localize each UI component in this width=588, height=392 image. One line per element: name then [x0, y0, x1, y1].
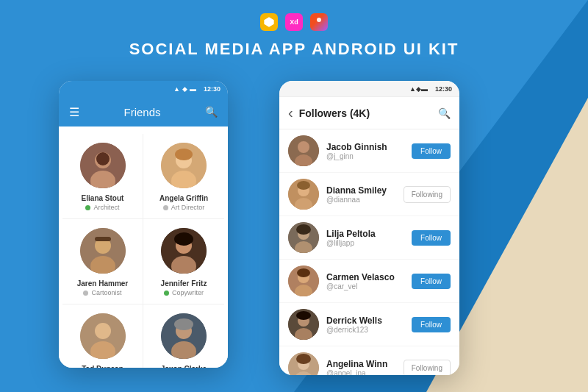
follow-button-4[interactable]: Follow — [412, 274, 451, 289]
friends-grid: Eliana Stout Architect Angela Griffin Ar… — [59, 126, 228, 368]
figma-icon — [310, 13, 328, 31]
friend-card-6[interactable]: Jaxon Clarke Illustrator — [143, 304, 224, 368]
wifi-icon: ◆ — [182, 85, 187, 93]
friend-dot-3 — [83, 291, 88, 296]
following-button-2[interactable]: Following — [404, 186, 451, 203]
friend-dot-1 — [85, 205, 90, 210]
follower-info-3: Lilja Peltola @lilljapp — [326, 229, 404, 247]
friends-time: 12:30 — [204, 85, 220, 93]
friend-name-2: Angela Griffin — [159, 194, 208, 202]
follower-name-1: Jacob Ginnish — [326, 142, 404, 152]
svg-point-42 — [296, 311, 311, 320]
friend-avatar-2 — [161, 143, 207, 188]
battery-icon: ▬ — [190, 85, 196, 93]
sketch-icon — [260, 13, 278, 31]
friends-search-icon[interactable]: 🔍 — [205, 106, 218, 118]
svg-point-18 — [95, 323, 111, 339]
friend-name-3: Jaren Hammer — [77, 279, 128, 288]
page-title: SOCIAL MEDIA APP ANDROID UI KIT — [129, 40, 459, 59]
follower-name-2: Dianna Smiley — [326, 185, 396, 196]
friend-name-1: Eliana Stout — [82, 194, 124, 202]
follower-handle-4: @car_vel — [326, 282, 404, 291]
friend-card-3[interactable]: Jaren Hammer Cartoonist — [62, 219, 143, 304]
friend-card-5[interactable]: Tad Duncan Editor — [62, 304, 143, 368]
followers-header-title: Followers (4K) — [299, 107, 432, 119]
friend-status-4: Copywriter — [164, 289, 204, 296]
friend-avatar-4 — [161, 228, 207, 274]
xd-icon: Xd — [285, 13, 303, 31]
signal-icon: ▲ — [173, 85, 180, 93]
follower-avatar-1 — [288, 135, 319, 166]
follower-info-2: Dianna Smiley @diannaa — [326, 185, 396, 204]
friend-status-2: Art Director — [163, 204, 205, 211]
friend-avatar-3 — [80, 228, 126, 274]
follower-info-5: Derrick Wells @derrick123 — [326, 316, 404, 334]
friend-title-4: Copywriter — [172, 289, 204, 296]
follow-button-1[interactable]: Follow — [412, 143, 451, 159]
follower-item-5[interactable]: Derrick Wells @derrick123 Follow — [279, 303, 459, 346]
follower-avatar-2 — [288, 179, 319, 210]
svg-point-4 — [96, 152, 110, 165]
friend-avatar-6 — [161, 313, 207, 359]
friends-phone: ▲ ◆ ▬ 12:30 ☰ Friends 🔍 Eliana Stout — [59, 81, 228, 368]
menu-icon[interactable]: ☰ — [69, 105, 79, 119]
follower-item-4[interactable]: Carmen Velasco @car_vel Follow — [279, 260, 459, 303]
friend-status-3: Cartoonist — [83, 289, 121, 296]
svg-point-30 — [297, 181, 310, 190]
friend-card-1[interactable]: Eliana Stout Architect — [62, 134, 143, 219]
friend-name-4: Jennifer Fritz — [161, 279, 207, 288]
follower-name-6: Angelina Winn — [326, 359, 396, 369]
follower-avatar-6 — [288, 352, 319, 375]
signal-icon-f: ▲◆▬ — [409, 85, 428, 93]
follower-avatar-3 — [288, 222, 319, 253]
follower-name-3: Lilja Peltola — [326, 229, 404, 239]
friends-status-icons: ▲ ◆ ▬ — [173, 85, 196, 93]
friend-status-1: Architect — [85, 204, 119, 211]
friend-avatar-5 — [80, 313, 126, 359]
follower-info-1: Jacob Ginnish @j_ginn — [326, 142, 404, 160]
friend-title-2: Art Director — [171, 204, 205, 211]
follower-handle-6: @angel_ina — [326, 369, 396, 376]
follower-name-5: Derrick Wells — [326, 316, 404, 326]
svg-marker-0 — [264, 17, 273, 26]
friend-card-4[interactable]: Jennifer Fritz Copywriter — [143, 219, 224, 304]
friend-title-1: Architect — [93, 204, 119, 211]
back-button[interactable]: ‹ — [288, 104, 293, 121]
friend-avatar-1 — [80, 143, 126, 188]
follower-avatar-5 — [288, 309, 319, 340]
svg-point-8 — [175, 149, 193, 160]
follower-item-1[interactable]: Jacob Ginnish @j_ginn Follow — [279, 129, 459, 173]
followers-search-icon[interactable]: 🔍 — [438, 107, 451, 119]
svg-point-25 — [298, 141, 309, 153]
follow-button-5[interactable]: Follow — [412, 317, 451, 332]
followers-time: 12:30 — [435, 85, 452, 93]
followers-header: ‹ Followers (4K) 🔍 — [279, 97, 459, 129]
svg-point-38 — [297, 268, 310, 277]
friend-dot-4 — [164, 291, 169, 296]
followers-phone: ▲◆▬ 12:30 ‹ Followers (4K) 🔍 Jacob Ginni… — [279, 81, 459, 375]
friends-header: ☰ Friends 🔍 — [59, 97, 228, 126]
follower-item-6[interactable]: Angelina Winn @angel_ina Following — [279, 346, 459, 375]
tool-icons-row: Xd — [260, 13, 328, 31]
friends-status-bar: ▲ ◆ ▬ 12:30 — [59, 81, 228, 97]
friend-dot-2 — [163, 205, 168, 210]
svg-point-16 — [174, 232, 193, 246]
follower-item-3[interactable]: Lilja Peltola @lilljapp Follow — [279, 216, 459, 260]
friends-header-title: Friends — [123, 106, 160, 118]
svg-point-46 — [296, 354, 311, 364]
friend-card-2[interactable]: Angela Griffin Art Director — [143, 134, 224, 219]
following-button-6[interactable]: Following — [404, 360, 451, 376]
follower-handle-2: @diannaa — [326, 196, 396, 204]
follower-info-6: Angelina Winn @angel_ina — [326, 359, 396, 376]
follower-avatar-4 — [288, 266, 319, 296]
follower-info-4: Carmen Velasco @car_vel — [326, 272, 404, 291]
follower-handle-5: @derrick123 — [326, 326, 404, 334]
friend-name-5: Tad Duncan — [82, 365, 123, 368]
follower-item-2[interactable]: Dianna Smiley @diannaa Following — [279, 173, 459, 216]
follower-name-4: Carmen Velasco — [326, 272, 404, 282]
friend-title-3: Cartoonist — [91, 289, 121, 296]
follower-handle-3: @lilljapp — [326, 239, 404, 247]
follow-button-3[interactable]: Follow — [412, 230, 451, 246]
followers-status-bar: ▲◆▬ 12:30 — [279, 81, 459, 97]
follower-handle-1: @j_ginn — [326, 152, 404, 160]
